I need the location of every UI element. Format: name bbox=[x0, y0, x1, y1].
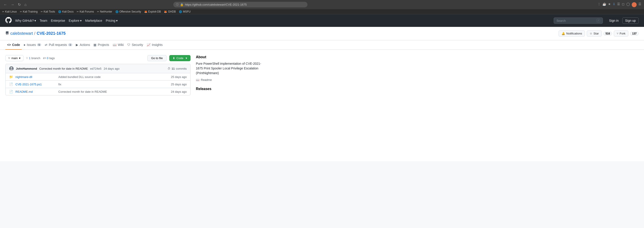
chevron-down-icon: ▾ bbox=[34, 19, 36, 22]
avatar-icon[interactable] bbox=[632, 2, 636, 7]
repo-owner-link[interactable]: calebstewart bbox=[10, 31, 33, 36]
commit-sha[interactable]: ed724e5 bbox=[90, 67, 102, 70]
projects-icon: ▦ bbox=[94, 43, 96, 47]
commit-bar: JohnHammond Corrected month for date in … bbox=[5, 64, 190, 73]
offensive-security-icon: 🌐 bbox=[116, 10, 118, 13]
file-icon: 📄 bbox=[9, 82, 13, 86]
nav-enterprise[interactable]: Enterprise bbox=[51, 19, 65, 22]
home-button[interactable]: ⌂ bbox=[24, 2, 28, 7]
address-bar[interactable]: ⓘ 🔒 https://github.com/calebstewart/CVE-… bbox=[173, 2, 308, 8]
nethunter-icon: ✂ bbox=[97, 10, 99, 13]
fork-button[interactable]: ⑂ Fork bbox=[614, 31, 628, 37]
readme-link[interactable]: 📖 Readme bbox=[196, 78, 263, 82]
file-icon: 📄 bbox=[9, 90, 13, 93]
notifications-label: Notifications bbox=[566, 32, 582, 35]
nav-explore[interactable]: Explore ▾ bbox=[69, 19, 82, 22]
bookmark-label: NetHunter bbox=[100, 10, 112, 13]
browser-actions: ⋮ ☕ ★ ⇩ ☰ ◻ ◯ ☰ bbox=[598, 2, 641, 7]
msfu-icon: 🌐 bbox=[179, 10, 182, 13]
file-browser: ⑂ main ▾ ⑂ 1 branch 🏷 0 tags Go to file … bbox=[5, 55, 190, 95]
tab-projects[interactable]: ▦ Projects bbox=[92, 40, 111, 50]
tags-count: 0 bbox=[47, 57, 48, 60]
forward-button[interactable]: → bbox=[10, 2, 15, 7]
branch-count-link[interactable]: ⑂ 1 branch bbox=[26, 57, 40, 60]
code-icon: <> bbox=[7, 43, 11, 47]
download-icon: ⇩ bbox=[613, 2, 616, 7]
pr-icon: ⇄ bbox=[45, 43, 48, 47]
profile-icon[interactable]: ◯ bbox=[626, 2, 630, 7]
notifications-button[interactable]: 🔔 Notifications bbox=[558, 31, 585, 37]
tab-security[interactable]: 🛡 Security bbox=[126, 40, 145, 50]
signin-link[interactable]: Sign in bbox=[609, 19, 619, 22]
back-button[interactable]: ← bbox=[3, 2, 8, 7]
fork-icon: ⑂ bbox=[617, 32, 618, 35]
tab-issues[interactable]: ● Issues 5 bbox=[22, 40, 43, 50]
pr-badge: 1 bbox=[68, 44, 72, 46]
bookmarks-bar: ✂ Kali Linux ✂ Kali Training ✂ Kali Tool… bbox=[0, 9, 644, 14]
bookmark-star-icon[interactable]: ★ bbox=[608, 2, 611, 7]
tab-label: Projects bbox=[98, 43, 109, 47]
kali-tools-icon: ✂ bbox=[41, 10, 43, 13]
insights-icon: 📈 bbox=[147, 43, 150, 47]
breadcrumb: calebstewart / CVE-2021-1675 bbox=[5, 31, 66, 40]
file-name-link[interactable]: nightmare-dll bbox=[16, 75, 56, 79]
commits-count[interactable]: ⏱ 11 commits bbox=[168, 67, 187, 70]
bookmark-kali-docs[interactable]: 🌐 Kali Docs bbox=[58, 10, 74, 13]
tab-insights[interactable]: 📈 Insights bbox=[145, 40, 164, 50]
releases-title: Releases bbox=[196, 87, 263, 91]
actions-icon: ▶ bbox=[76, 43, 78, 47]
tags-count-link[interactable]: 🏷 0 tags bbox=[43, 57, 55, 60]
file-name-link[interactable]: CVE-2021-1675.ps1 bbox=[16, 83, 56, 86]
repo-name[interactable]: CVE-2021-1675 bbox=[37, 31, 66, 36]
refresh-button[interactable]: ↻ bbox=[17, 2, 22, 7]
file-commit-msg: Corrected month for date in README bbox=[58, 90, 168, 93]
tab-wiki[interactable]: 📖 Wiki bbox=[111, 40, 126, 50]
nav-team[interactable]: Team bbox=[40, 19, 47, 22]
ghdb-icon: 🦊 bbox=[164, 10, 167, 13]
menu-icon[interactable]: ☰ bbox=[638, 2, 641, 7]
nav-pricing[interactable]: Pricing ▾ bbox=[106, 19, 118, 22]
repo-separator: / bbox=[34, 31, 35, 36]
code-label: Code bbox=[176, 57, 183, 60]
browser-chrome: ← → ↻ ⌂ ⓘ 🔒 https://github.com/calebstew… bbox=[0, 0, 644, 9]
search-box[interactable]: Search / bbox=[554, 18, 603, 24]
file-name-link[interactable]: README.md bbox=[16, 90, 56, 93]
bookmark-nethunter[interactable]: ✂ NetHunter bbox=[97, 10, 112, 13]
file-commit-msg: fix bbox=[58, 83, 168, 86]
tab-label: Actions bbox=[80, 43, 90, 47]
branch-label: branch bbox=[31, 57, 40, 60]
github-logo[interactable] bbox=[5, 17, 12, 24]
bookmark-kali-forums[interactable]: ✂ Kali Forums bbox=[77, 10, 94, 13]
file-row: 📄 CVE-2021-1675.ps1 fix 25 days ago bbox=[6, 81, 190, 88]
bookmark-offensive-security[interactable]: 🌐 Offensive Security bbox=[116, 10, 141, 13]
commit-author[interactable]: JohnHammond bbox=[16, 67, 37, 70]
tab-label: Insights bbox=[152, 43, 162, 47]
code-button[interactable]: ⬇ Code ▾ bbox=[169, 55, 190, 61]
bookmark-kali-tools[interactable]: ✂ Kali Tools bbox=[41, 10, 55, 13]
tab-code[interactable]: <> Code bbox=[5, 40, 22, 50]
search-placeholder: Search bbox=[556, 19, 566, 22]
bookmark-exploit-db[interactable]: 🦊 Exploit-DB bbox=[144, 10, 161, 13]
nav-marketplace[interactable]: Marketplace bbox=[85, 19, 102, 22]
bookmark-kali-linux[interactable]: ✂ Kali Linux bbox=[2, 10, 17, 13]
bookmark-kali-training[interactable]: ✂ Kali Training bbox=[20, 10, 38, 13]
commits-number: 11 bbox=[172, 67, 175, 70]
commit-message: Corrected month for date in README bbox=[39, 67, 88, 70]
branch-selector[interactable]: ⑂ main ▾ bbox=[5, 55, 24, 61]
exploit-db-icon: 🦊 bbox=[144, 10, 147, 13]
tag-icon: 🏷 bbox=[43, 57, 46, 60]
tab-pull-requests[interactable]: ⇄ Pull requests 1 bbox=[43, 40, 74, 50]
pocket-icon[interactable]: ☕ bbox=[602, 2, 606, 7]
tab-actions[interactable]: ▶ Actions bbox=[74, 40, 92, 50]
bookmark-label: Kali Training bbox=[23, 10, 38, 13]
goto-file-button[interactable]: Go to file bbox=[147, 55, 166, 61]
signup-button[interactable]: Sign up bbox=[622, 18, 639, 24]
nav-why-github[interactable]: Why GitHub? ▾ bbox=[15, 19, 36, 22]
bookmark-label: Offensive Security bbox=[120, 10, 141, 13]
library-icon[interactable]: ☰ bbox=[617, 2, 620, 7]
star-button[interactable]: ☆ Star bbox=[587, 31, 602, 37]
about-section: About Pure PowerShell implementation of … bbox=[196, 55, 263, 82]
sync-icon[interactable]: ◻ bbox=[622, 2, 624, 7]
bookmark-msfu[interactable]: 🌐 MSFU bbox=[179, 10, 190, 13]
bookmark-ghdb[interactable]: 🦊 GHDB bbox=[164, 10, 176, 13]
